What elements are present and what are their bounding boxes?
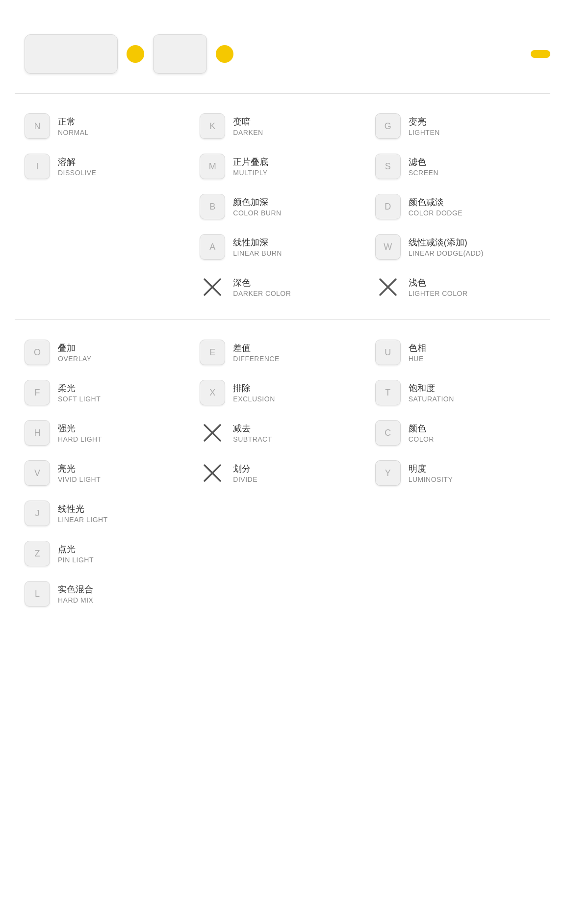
key-e: E xyxy=(200,340,225,365)
blend-text: 浅色 LIGHTER COLOR xyxy=(409,277,468,297)
key-t: T xyxy=(375,380,401,405)
divider-1 xyxy=(15,93,550,94)
blend-item: J 线性光 LINEAR LIGHT xyxy=(25,501,190,526)
blend-text: 点光 PIN LIGHT xyxy=(58,543,94,564)
blend-item: B 颜色加深 COLOR BURN xyxy=(200,194,365,219)
blend-text: 叠加 OVERLAY xyxy=(58,342,92,363)
blend-item: A 线性加深 LINEAR BURN xyxy=(200,234,365,260)
blend-text: 排除 EXCLUSION xyxy=(233,382,275,403)
blend-text: 深色 DARKER COLOR xyxy=(233,277,291,297)
no-key-icon xyxy=(200,460,225,486)
blend-item: W 线性减淡(添加) LINEAR DODGE(ADD) xyxy=(375,234,540,260)
section-2: O 叠加 OVERLAY E 差值 DIFFERENCE U 色相 HUE F … xyxy=(15,325,550,621)
blend-text: 颜色加深 COLOR BURN xyxy=(233,196,281,217)
key-a: A xyxy=(200,234,225,260)
blend-text: 线性光 LINEAR LIGHT xyxy=(58,503,108,524)
blend-item: D 颜色减淡 COLOR DODGE xyxy=(375,194,540,219)
blend-text: 色相 HUE xyxy=(409,342,426,363)
blend-text: 饱和度 SATURATION xyxy=(409,382,454,403)
divider-2 xyxy=(15,319,550,320)
key-m: M xyxy=(200,154,225,179)
key-o: O xyxy=(25,340,50,365)
blend-item: 浅色 LIGHTER COLOR xyxy=(375,274,540,300)
key-f: F xyxy=(25,380,50,405)
blend-item: G 变亮 LIGHTEN xyxy=(375,113,540,139)
section-2-grid: O 叠加 OVERLAY E 差值 DIFFERENCE U 色相 HUE F … xyxy=(25,340,540,607)
blend-item: K 变暗 DARKEN xyxy=(200,113,365,139)
blend-item: 深色 DARKER COLOR xyxy=(200,274,365,300)
key-x: X xyxy=(200,380,225,405)
blend-item: L 实色混合 HARD MIX xyxy=(25,581,190,607)
blend-text: 柔光 SOFT LIGHT xyxy=(58,382,101,403)
blend-item: H 强光 HARD LIGHT xyxy=(25,420,190,446)
blend-item: U 色相 HUE xyxy=(375,340,540,365)
key-c: C xyxy=(375,420,401,446)
blend-text: 变暗 DARKEN xyxy=(233,116,263,136)
key-s: S xyxy=(375,154,401,179)
blend-item: N 正常 NORMAL xyxy=(25,113,190,139)
blend-text: 正常 NORMAL xyxy=(58,116,89,136)
blend-text: 差值 DIFFERENCE xyxy=(233,342,279,363)
section-1: N 正常 NORMAL K 变暗 DARKEN G 变亮 LIGHTEN I 溶… xyxy=(15,99,550,315)
blend-text: 变亮 LIGHTEN xyxy=(409,116,440,136)
blend-item: X 排除 EXCLUSION xyxy=(200,380,365,405)
plus-2 xyxy=(216,45,233,63)
header-section xyxy=(15,20,550,88)
blend-text: 颜色 COLOR xyxy=(409,422,434,443)
blend-text: 正片叠底 MULTIPLY xyxy=(233,156,268,177)
blend-item: E 差值 DIFFERENCE xyxy=(200,340,365,365)
key-i: I xyxy=(25,154,50,179)
key-k: K xyxy=(200,113,225,139)
key-d: D xyxy=(375,194,401,219)
blend-text: 线性减淡(添加) LINEAR DODGE(ADD) xyxy=(409,237,484,257)
key-h: H xyxy=(25,420,50,446)
blend-text: 强光 HARD LIGHT xyxy=(58,422,102,443)
note-badge xyxy=(531,50,550,58)
key-w: W xyxy=(375,234,401,260)
shift-key xyxy=(25,34,118,74)
blend-item: 减去 SUBTRACT xyxy=(200,420,365,446)
blend-item: Z 点光 PIN LIGHT xyxy=(25,541,190,566)
blend-item: F 柔光 SOFT LIGHT xyxy=(25,380,190,405)
blend-text: 明度 LUMINOSITY xyxy=(409,463,453,483)
blend-text: 颜色减淡 COLOR DODGE xyxy=(409,196,463,217)
key-y: Y xyxy=(375,460,401,486)
blend-item: Y 明度 LUMINOSITY xyxy=(375,460,540,486)
blend-text: 线性加深 LINEAR BURN xyxy=(233,237,282,257)
alt-option-key xyxy=(153,34,207,74)
key-n: N xyxy=(25,113,50,139)
blend-text: 减去 SUBTRACT xyxy=(233,422,272,443)
blend-text: 溶解 DISSOLIVE xyxy=(58,156,96,177)
blend-item: I 溶解 DISSOLIVE xyxy=(25,154,190,179)
blend-item: 划分 DIVIDE xyxy=(200,460,365,486)
key-g: G xyxy=(375,113,401,139)
blend-item: C 颜色 COLOR xyxy=(375,420,540,446)
blend-text: 划分 DIVIDE xyxy=(233,463,257,483)
plus-1 xyxy=(127,45,144,63)
section-1-grid: N 正常 NORMAL K 变暗 DARKEN G 变亮 LIGHTEN I 溶… xyxy=(25,113,540,300)
blend-item: T 饱和度 SATURATION xyxy=(375,380,540,405)
blend-item: V 亮光 VIVID LIGHT xyxy=(25,460,190,486)
blend-item: M 正片叠底 MULTIPLY xyxy=(200,154,365,179)
key-u: U xyxy=(375,340,401,365)
key-j: J xyxy=(25,501,50,526)
blend-item: S 滤色 SCREEN xyxy=(375,154,540,179)
key-l: L xyxy=(25,581,50,607)
key-b: B xyxy=(200,194,225,219)
key-v: V xyxy=(25,460,50,486)
no-key-icon xyxy=(200,274,225,300)
blend-text: 实色混合 HARD MIX xyxy=(58,583,93,604)
blend-text: 滤色 SCREEN xyxy=(409,156,438,177)
key-z: Z xyxy=(25,541,50,566)
blend-item: O 叠加 OVERLAY xyxy=(25,340,190,365)
no-key-icon xyxy=(200,420,225,446)
no-key-icon xyxy=(375,274,401,300)
blend-text: 亮光 VIVID LIGHT xyxy=(58,463,101,483)
